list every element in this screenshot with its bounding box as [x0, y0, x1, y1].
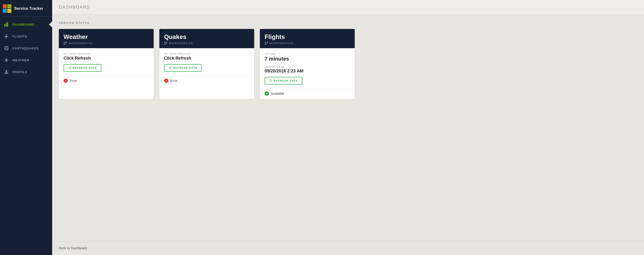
- microservice-icon: [64, 42, 67, 45]
- weather-status-text: Error: [70, 79, 77, 83]
- back-link-bar: Back to Dashboard: [52, 241, 644, 255]
- flights-uptime-value: 7 minutes: [264, 56, 350, 62]
- sidebar-nav: DASHBOARD FLIGHTS EARTHQUAKES: [0, 19, 52, 78]
- svg-line-12: [5, 59, 5, 59]
- flights-status-text: Available: [271, 92, 284, 95]
- flights-card-footer: Available: [260, 89, 355, 99]
- flights-refresh-icon: [269, 79, 272, 82]
- svg-point-37: [266, 44, 267, 45]
- flights-card-body: Uptime 7 minutes LATEST DATA 09/20/2018 …: [260, 48, 355, 89]
- profile-icon: [4, 69, 9, 75]
- svg-rect-25: [166, 42, 167, 43]
- quakes-card-body: NO DATA PRESENT Click Refresh REFRESH DA…: [159, 48, 254, 76]
- quakes-card-subtitle: MICROSERVICE: [169, 42, 193, 45]
- svg-rect-31: [265, 42, 266, 43]
- flights-latest-data-label: LATEST DATA: [264, 65, 350, 68]
- sidebar-header: Service Tracker: [0, 0, 52, 16]
- sidebar-item-flights[interactable]: FLIGHTS: [0, 30, 52, 42]
- weather-service-card: Weather: [59, 29, 154, 99]
- quakes-status-text: Error: [170, 79, 178, 83]
- svg-point-23: [65, 44, 66, 45]
- flights-refresh-label: REFRESH DATA: [274, 79, 298, 82]
- svg-line-13: [8, 61, 8, 62]
- flights-service-card: Flights: [260, 29, 355, 99]
- logo-quadrant-green: [7, 4, 12, 8]
- quakes-card-header: Quakes: [159, 29, 254, 48]
- svg-rect-26: [164, 44, 165, 45]
- svg-rect-0: [4, 24, 5, 27]
- svg-line-15: [5, 61, 5, 62]
- quakes-refresh-label: REFRESH DATA: [173, 67, 198, 69]
- weather-card-subtitle: MICROSERVICE: [68, 42, 93, 45]
- app-title: Service Tracker: [14, 7, 44, 11]
- svg-point-16: [6, 70, 7, 72]
- svg-rect-17: [64, 42, 65, 43]
- svg-rect-33: [265, 44, 266, 45]
- svg-line-14: [8, 59, 8, 59]
- logo-quadrant-red: [3, 4, 7, 8]
- svg-point-7: [5, 59, 7, 61]
- flights-card-subtitle: MICROSERVICE: [269, 42, 294, 45]
- weather-card-header: Weather: [59, 29, 154, 48]
- logo-quadrant-yellow: [7, 9, 12, 13]
- quakes-refresh-button[interactable]: REFRESH DATA: [164, 64, 202, 72]
- flights-uptime-label: Uptime: [264, 53, 350, 55]
- svg-rect-32: [267, 42, 268, 43]
- sidebar-item-weather-label: WEATHER: [12, 58, 30, 62]
- sidebar-item-weather[interactable]: WEATHER: [0, 54, 52, 66]
- svg-rect-19: [64, 44, 65, 45]
- flights-card-header: Flights: [260, 29, 355, 48]
- service-cards-row: Weather: [59, 29, 637, 99]
- main-content-area: DASHBOARD SERVICE STATUS Weather: [52, 0, 644, 255]
- quakes-no-data-label: NO DATA PRESENT: [164, 53, 250, 55]
- weather-card-subtitle-row: MICROSERVICE: [64, 42, 149, 45]
- weather-card-title: Weather: [64, 33, 149, 41]
- weather-card-footer: Error: [59, 76, 154, 86]
- flights-icon: [4, 34, 9, 39]
- quakes-refresh-icon: [168, 66, 172, 70]
- dashboard-content: SERVICE STATUS Weather: [52, 15, 644, 241]
- sidebar-divider: [4, 16, 48, 17]
- weather-refresh-button[interactable]: REFRESH DATA: [64, 64, 101, 72]
- flights-card-subtitle-row: MICROSERVICE: [264, 42, 350, 45]
- quakes-card-footer: Error: [159, 76, 254, 86]
- flights-microservice-icon: [264, 42, 268, 45]
- flights-status-icon: [264, 91, 269, 96]
- page-title: DASHBOARD: [59, 5, 637, 10]
- weather-no-data-label: NO DATA PRESENT: [64, 53, 149, 55]
- quakes-status-icon: [164, 79, 168, 83]
- refresh-icon: [68, 66, 71, 70]
- svg-rect-1: [6, 23, 7, 27]
- svg-rect-3: [4, 22, 8, 23]
- svg-point-30: [166, 44, 166, 45]
- sidebar-item-profile-label: PROFILE: [12, 70, 27, 74]
- flights-card-title: Flights: [264, 33, 350, 41]
- quakes-microservice-icon: [164, 42, 168, 45]
- weather-status-icon: [64, 79, 68, 83]
- sidebar-item-dashboard-label: DASHBOARD: [12, 23, 34, 26]
- weather-no-data-text: Click Refresh: [64, 56, 149, 61]
- weather-refresh-label: REFRESH DATA: [72, 67, 97, 69]
- sidebar-item-profile[interactable]: PROFILE: [0, 66, 52, 78]
- sidebar-item-earthquakes-label: EARTHQUAKES: [12, 47, 39, 50]
- back-to-dashboard-link[interactable]: Back to Dashboard: [59, 246, 87, 250]
- svg-rect-18: [66, 42, 67, 43]
- earthquakes-icon: [4, 46, 9, 51]
- sidebar: Service Tracker DASHBOARD FLIGHTS: [0, 0, 52, 255]
- quakes-card-title: Quakes: [164, 33, 250, 41]
- service-status-label: SERVICE STATUS: [59, 21, 637, 25]
- weather-card-body: NO DATA PRESENT Click Refresh REFRESH DA…: [59, 48, 154, 76]
- main-header: DASHBOARD: [52, 0, 644, 15]
- ms-logo: [3, 4, 12, 13]
- weather-icon: [4, 58, 9, 63]
- sidebar-item-dashboard[interactable]: DASHBOARD: [0, 19, 52, 30]
- sidebar-item-earthquakes[interactable]: EARTHQUAKES: [0, 42, 52, 54]
- sidebar-item-flights-label: FLIGHTS: [12, 35, 27, 38]
- dashboard-icon: [4, 22, 9, 27]
- svg-rect-24: [164, 42, 165, 43]
- flights-latest-data-value: 09/20/2018 2:23 AM: [264, 69, 350, 74]
- logo-quadrant-blue: [3, 9, 7, 13]
- flights-refresh-button[interactable]: REFRESH DATA: [264, 77, 302, 85]
- quakes-service-card: Quakes: [159, 29, 254, 99]
- quakes-no-data-text: Click Refresh: [164, 56, 250, 61]
